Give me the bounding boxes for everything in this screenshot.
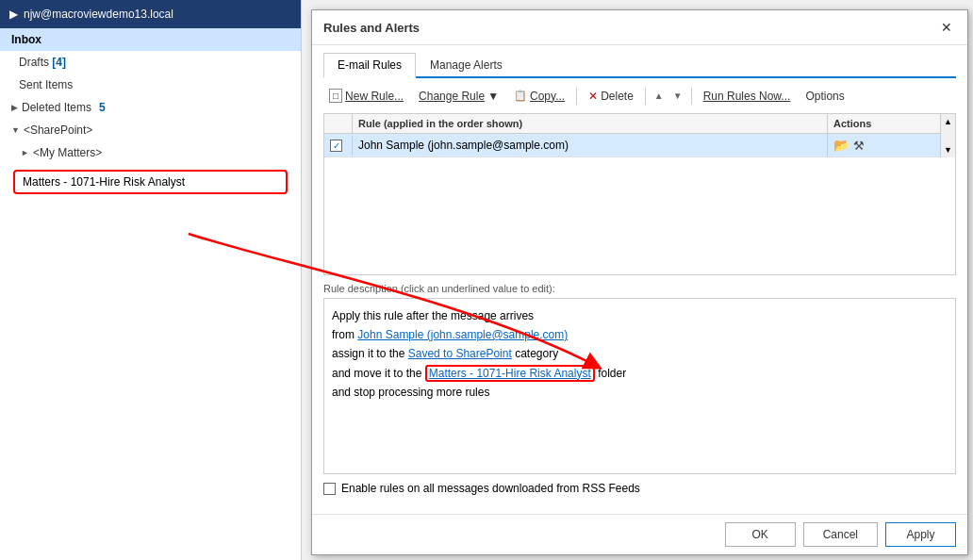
dialog-footer: OK Cancel Apply [312, 514, 967, 554]
rss-checkbox[interactable] [323, 483, 336, 495]
tab-manage-alerts[interactable]: Manage Alerts [416, 53, 517, 78]
sidebar-item-sharepoint[interactable]: ▼ <SharePoint> [0, 119, 301, 141]
separator-3 [691, 88, 692, 105]
rule-description-box: Apply this rule after the message arrive… [323, 298, 956, 475]
change-rule-dropdown-icon: ▼ [487, 90, 499, 103]
account-header[interactable]: ▶ njw@macroviewdemo13.local [0, 0, 301, 28]
inbox-label: Inbox [11, 33, 41, 46]
move-up-button[interactable]: ▲ [651, 90, 667, 102]
run-rules-button[interactable]: Run Rules Now... [698, 87, 797, 106]
new-rule-button[interactable]: □ New Rule... [323, 86, 409, 106]
sidebar-item-mymatters[interactable]: ► <My Matters> [0, 141, 301, 164]
delete-button[interactable]: ✕ Delete [583, 87, 639, 106]
close-button[interactable]: ✕ [937, 18, 956, 37]
deleted-label: Deleted Items [22, 101, 91, 114]
category-link[interactable]: Saved to SharePoint [408, 347, 512, 360]
tab-email-rules[interactable]: E-mail Rules [323, 53, 416, 78]
sidebar-item-drafts[interactable]: Drafts [4] [0, 51, 301, 74]
cancel-button[interactable]: Cancel [803, 522, 878, 547]
rss-label: Enable rules on all messages downloaded … [341, 482, 640, 495]
sharepoint-label: <SharePoint> [24, 124, 92, 137]
tabs-container: E-mail Rules Manage Alerts [323, 53, 956, 78]
copy-icon: 📋 [514, 90, 527, 102]
description-label: Rule description (click an underlined va… [323, 283, 956, 294]
separator-2 [645, 88, 646, 105]
move-down-button[interactable]: ▼ [670, 90, 685, 102]
options-button[interactable]: Options [800, 87, 849, 106]
down-arrow-icon: ▼ [673, 91, 683, 101]
dialog-body: E-mail Rules Manage Alerts □ New Rule...… [312, 45, 967, 514]
col-header-check [324, 114, 353, 133]
table-row[interactable]: ✓ John Sample (john.sample@sample.com) 📂… [324, 134, 940, 157]
rules-table-header: Rule (applied in the order shown) Action… [324, 114, 940, 134]
separator-1 [576, 88, 577, 105]
col-header-actions: Actions [827, 114, 940, 133]
matter-label: Matters - 1071-Hire Risk Analyst [23, 175, 185, 189]
dialog-titlebar: Rules and Alerts ✕ [312, 10, 967, 45]
toolbar: □ New Rule... Change Rule ▼ 📋 Copy... ✕ … [323, 86, 956, 106]
rules-alerts-dialog: Rules and Alerts ✕ E-mail Rules Manage A… [311, 9, 968, 555]
drafts-badge: [4] [52, 56, 66, 69]
sidebar-item-deleted[interactable]: ▶ Deleted Items 5 [0, 96, 301, 119]
checkbox-icon: ✓ [330, 140, 342, 152]
rule-actions: 📂 ⚒ [827, 134, 940, 156]
change-rule-button[interactable]: Change Rule ▼ [413, 87, 504, 106]
sidebar-item-inbox[interactable]: Inbox [0, 28, 301, 51]
sent-label: Sent Items [19, 78, 73, 91]
desc-line4: and move it to the Matters - 1071-Hire R… [332, 364, 948, 383]
triangle-icon-sp: ▼ [11, 125, 20, 135]
drafts-label: Drafts [19, 56, 52, 69]
action-settings-icon: ⚒ [853, 139, 865, 153]
dialog-area: Rules and Alerts ✕ E-mail Rules Manage A… [302, 0, 973, 560]
sidebar-item-sent[interactable]: Sent Items [0, 74, 301, 96]
folder-link[interactable]: Matters - 1071-Hire Risk Analyst [425, 365, 595, 382]
copy-button[interactable]: 📋 Copy... [508, 87, 570, 106]
matter-highlight-wrapper: Matters - 1071-Hire Risk Analyst [0, 164, 301, 200]
action-folder-icon: 📂 [833, 138, 849, 153]
new-rule-icon: □ [329, 89, 342, 103]
rule-checkbox[interactable]: ✓ [324, 136, 353, 156]
dialog-title: Rules and Alerts [323, 21, 420, 35]
ok-button[interactable]: OK [725, 522, 796, 547]
triangle-icon-mm: ► [21, 148, 29, 157]
delete-icon: ✕ [588, 90, 598, 103]
scrollbar[interactable]: ▲ ▼ [940, 114, 955, 157]
desc-line3: assign it to the Saved to SharePoint cat… [332, 344, 948, 363]
mymatters-label: <My Matters> [33, 146, 102, 159]
scroll-down[interactable]: ▼ [941, 142, 955, 157]
rss-row: Enable rules on all messages downloaded … [323, 482, 956, 495]
col-header-name: Rule (applied in the order shown) [353, 114, 827, 133]
triangle-icon: ▶ [11, 103, 18, 112]
account-name: njw@macroviewdemo13.local [24, 8, 173, 21]
desc-line5: and stop processing more rules [332, 383, 948, 402]
rules-table: Rule (applied in the order shown) Action… [323, 113, 956, 275]
up-arrow-icon: ▲ [654, 91, 664, 101]
from-link[interactable]: John Sample (john.sample@sample.com) [357, 328, 568, 341]
desc-line1: Apply this rule after the message arrive… [332, 306, 948, 325]
sidebar: ▶ njw@macroviewdemo13.local Inbox Drafts… [0, 0, 302, 560]
sidebar-item-matter[interactable]: Matters - 1071-Hire Risk Analyst [13, 170, 288, 194]
deleted-badge: 5 [99, 101, 106, 114]
apply-button[interactable]: Apply [885, 522, 956, 547]
account-icon: ▶ [9, 8, 18, 21]
scroll-up[interactable]: ▲ [941, 114, 955, 129]
rule-name: John Sample (john.sample@sample.com) [353, 135, 827, 156]
desc-line2: from John Sample (john.sample@sample.com… [332, 325, 948, 344]
